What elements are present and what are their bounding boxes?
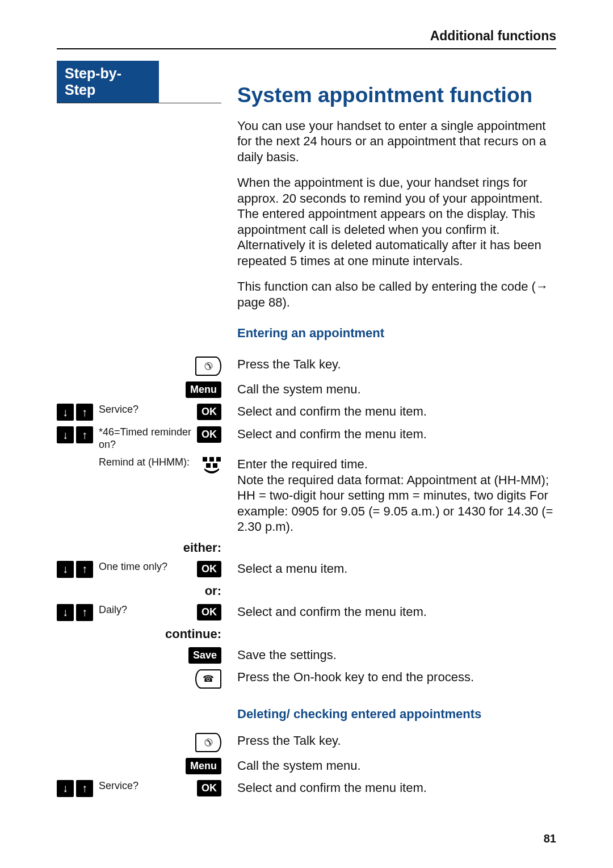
label-row-continue: continue: (57, 627, 556, 641)
section-deleting-heading: Deleting/ checking entered appointments (237, 707, 556, 722)
step-control: ↓ ↑ One time only? OK (57, 561, 221, 578)
down-arrow-key-icon: ↓ (57, 426, 74, 443)
p3-text-a: This function can also be called by ente… (237, 279, 536, 293)
talk-key-icon: ✆ (195, 357, 221, 376)
save-softkey-icon: Save (188, 647, 221, 664)
step-control: continue: (57, 627, 221, 641)
up-arrow-key-icon: ↑ (76, 604, 93, 621)
step-control: ↓ ↑ Daily? OK (57, 604, 221, 621)
ok-softkey-icon: OK (197, 780, 221, 796)
step-desc: Press the On-hook key to end the process… (237, 669, 556, 685)
step-desc: Select a menu item. (237, 561, 556, 577)
step-row: Remind at (HHMM): Enter the required tim… (57, 456, 556, 535)
step-row: ↓ ↑ Service? OK Select and confirm the m… (57, 404, 556, 421)
page-ref-arrow-icon: → (536, 279, 548, 293)
ok-softkey-icon: OK (197, 604, 221, 620)
step-row: ↓ ↑ Service? OK Select and confirm the m… (57, 780, 556, 797)
step-control: Remind at (HHMM): (57, 456, 221, 473)
onhook-key-icon: ☎ (195, 669, 221, 689)
menu-item-text: Service? (99, 780, 192, 792)
step-desc: Call the system menu. (237, 381, 556, 397)
step-control: ✆ (57, 357, 221, 376)
step-desc: Select and confirm the menu item. (237, 426, 556, 442)
up-arrow-key-icon: ↑ (76, 404, 93, 421)
step-row: Menu Call the system menu. (57, 758, 556, 774)
sidebar-rule (57, 103, 221, 103)
down-arrow-key-icon: ↓ (57, 780, 74, 797)
up-arrow-key-icon: ↑ (76, 780, 93, 797)
intro-paragraph-3: This function can also be called by ente… (237, 279, 556, 310)
label-row-or: or: (57, 584, 556, 598)
label-row-either: either: (57, 540, 556, 555)
page: Additional functions Step-by-Step System… (0, 0, 613, 868)
down-arrow-key-icon: ↓ (57, 561, 74, 578)
step-row: ✆ Press the Talk key. (57, 733, 556, 752)
step-row: Menu Call the system menu. (57, 381, 556, 398)
nav-keys-icon: ↓ ↑ (57, 604, 94, 621)
step-desc: Select and confirm the menu item. (237, 780, 556, 796)
step-control: ✆ (57, 733, 221, 752)
step-desc: Select and confirm the menu item. (237, 404, 556, 420)
svg-rect-0 (203, 457, 207, 462)
step-desc: Select and confirm the menu item. (237, 604, 556, 620)
prompt-text: Remind at (HHMM): (99, 456, 198, 469)
step-control: ↓ ↑ Service? OK (57, 780, 221, 797)
step-control: Menu (57, 381, 221, 398)
svg-rect-1 (209, 457, 214, 462)
section-header: Additional functions (57, 28, 556, 48)
page-number: 81 (544, 832, 556, 845)
down-arrow-key-icon: ↓ (57, 604, 74, 621)
up-arrow-key-icon: ↑ (76, 561, 93, 578)
step-control: or: (57, 584, 221, 598)
p3-text-b: page 88). (237, 295, 290, 309)
or-label: or: (57, 584, 221, 598)
menu-item-text: Daily? (99, 604, 192, 617)
continue-label: continue: (57, 627, 221, 641)
step-desc: Call the system menu. (237, 758, 556, 774)
intro-paragraph-2: When the appointment is due, your handse… (237, 175, 556, 269)
menu-item-text: *46=Timed reminder on? (99, 426, 192, 451)
step-desc: Save the settings. (237, 647, 556, 663)
step-control: Save (57, 647, 221, 664)
step-row: ↓ ↑ *46=Timed reminder on? OK Select and… (57, 426, 556, 451)
ok-softkey-icon: OK (197, 426, 221, 443)
step-row: ↓ ↑ One time only? OK Select a menu item… (57, 561, 556, 578)
step-control: ↓ ↑ *46=Timed reminder on? OK (57, 426, 221, 451)
nav-keys-icon: ↓ ↑ (57, 780, 94, 797)
down-arrow-key-icon: ↓ (57, 404, 74, 421)
step-control: ☎ (57, 669, 221, 689)
step-desc: Press the Talk key. (237, 733, 556, 749)
either-label: either: (57, 540, 221, 555)
talk-key-icon: ✆ (195, 733, 221, 752)
ok-softkey-icon: OK (197, 404, 221, 420)
step-row: ↓ ↑ Daily? OK Select and confirm the men… (57, 604, 556, 621)
menu-item-text: Service? (99, 404, 192, 416)
step-control: either: (57, 540, 221, 555)
step-desc: Press the Talk key. (237, 357, 556, 372)
nav-keys-icon: ↓ ↑ (57, 426, 94, 443)
menu-softkey-icon: Menu (186, 381, 221, 398)
nav-keys-icon: ↓ ↑ (57, 404, 94, 421)
step-control: Menu (57, 758, 221, 774)
intro-paragraph-1: You can use your handset to enter a sing… (237, 118, 556, 165)
header-rule (57, 48, 556, 49)
svg-rect-4 (213, 463, 217, 468)
page-title: System appointment function (237, 83, 556, 108)
menu-item-text: One time only? (99, 561, 192, 573)
step-desc: Enter the required time. Note the requir… (237, 456, 556, 535)
sidebar-header-area: Step-by-Step (57, 61, 221, 351)
title-area: System appointment function You can use … (237, 61, 556, 351)
step-by-step-label: Step-by-Step (57, 61, 159, 103)
nav-keys-icon: ↓ ↑ (57, 561, 94, 578)
up-arrow-key-icon: ↑ (76, 426, 93, 443)
step-row: ☎ Press the On-hook key to end the proce… (57, 669, 556, 689)
ok-softkey-icon: OK (197, 561, 221, 577)
step-control: ↓ ↑ Service? OK (57, 404, 221, 421)
svg-rect-3 (206, 463, 211, 468)
menu-softkey-icon: Menu (186, 758, 221, 774)
keypad-icon (202, 456, 221, 473)
section-deleting-row: Deleting/ checking entered appointments (57, 694, 556, 727)
section-entering-heading: Entering an appointment (237, 326, 556, 341)
svg-rect-2 (216, 457, 221, 462)
step-row: ✆ Press the Talk key. (57, 357, 556, 376)
